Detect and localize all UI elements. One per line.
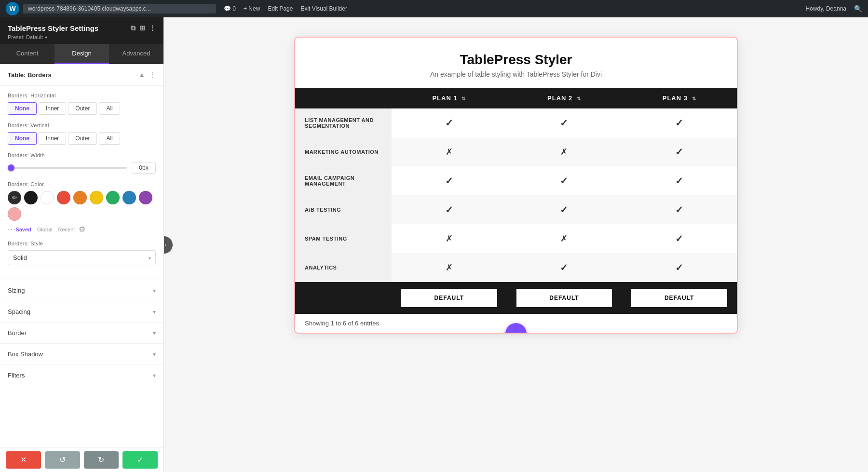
exit-builder-link[interactable]: Exit Visual Builder [300,5,347,12]
footer-btn-plan2[interactable]: DEFAULT [516,289,612,307]
edit-page-link[interactable]: Edit Page [268,5,293,12]
spacing-section: Spacing ▾ [0,301,163,322]
filters-header[interactable]: Filters ▾ [0,365,163,386]
border-v-none[interactable]: None [8,132,37,145]
plan1-cell-0: ✓ [392,108,507,137]
color-swatches: ✏ [8,191,156,221]
header-plan1[interactable]: PLAN 1 ⇅ [392,88,507,108]
color-eyedropper[interactable]: ✏ [8,191,21,204]
table-main-title: TablePress Styler [305,52,727,67]
slider-thumb[interactable] [8,164,14,171]
redo-button[interactable]: ↻ [84,451,119,469]
section-collapse-icon[interactable]: ▲ [138,71,145,79]
check-icon: ✓ [675,262,683,273]
borders-width-input[interactable]: 0px [132,162,156,174]
more-colors-icon[interactable]: ··· [8,225,15,234]
preset-bar: Preset: Default ▾ [8,34,156,40]
color-black[interactable] [24,191,38,204]
color-yellow[interactable] [90,191,103,204]
border-h-none[interactable]: None [8,102,37,115]
border-h-inner[interactable]: Inner [39,102,66,115]
panel-title-text: TablePress Styler Settings [8,24,98,32]
comment-count[interactable]: 💬 0 [224,5,236,12]
border-v-inner[interactable]: Inner [39,132,66,145]
border-arrow-icon: ▾ [153,330,156,337]
check-icon: ✓ [675,118,683,128]
borders-horizontal-label: Borders: Horizontal [8,93,156,98]
color-green[interactable] [106,191,120,204]
box-shadow-header[interactable]: Box Shadow ▾ [0,344,163,364]
border-h-all[interactable]: All [99,102,120,115]
tab-design[interactable]: Design [54,44,109,64]
new-link[interactable]: + New [244,5,260,12]
tab-content[interactable]: Content [0,44,54,64]
color-purple[interactable] [139,191,152,204]
border-header[interactable]: Border ▾ [0,323,163,343]
plan2-cell-4: ✗ [507,224,622,253]
sort-icon-plan3: ⇅ [692,96,696,101]
preset-chevron-icon: ▾ [45,35,47,40]
plan3-cell-3: ✓ [622,195,737,224]
border-v-all[interactable]: All [99,132,120,145]
cross-icon: ✗ [446,147,453,157]
check-icon: ✓ [445,118,453,128]
color-tab-recent[interactable]: Recent [58,227,75,232]
sizing-section: Sizing ▾ [0,280,163,301]
borders-width-track[interactable] [8,167,127,169]
header-plan3[interactable]: PLAN 3 ⇅ [622,88,737,108]
filters-section: Filters ▾ [0,364,163,386]
footer-btn-plan3[interactable]: DEFAULT [631,289,727,307]
color-tab-saved[interactable]: Saved [15,227,31,232]
sort-icon-plan2: ⇅ [577,96,581,101]
header-feature [295,88,392,108]
borders-style-select[interactable]: Solid Dashed Dotted Double None [8,250,156,265]
check-icon: ✓ [560,175,568,186]
color-tab-global[interactable]: Global [37,227,53,232]
spacing-header[interactable]: Spacing ▾ [0,301,163,322]
sizing-arrow-icon: ▾ [153,287,156,294]
color-peach[interactable] [8,207,21,221]
panel-more-icon[interactable]: ⋮ [149,24,156,32]
feature-cell: LIST MANAGEMENT AND SEGMENTATION [295,108,392,137]
plan3-cell-1: ✓ [622,137,737,166]
plan1-cell-1: ✗ [392,137,507,166]
table-footer-row: DEFAULT DEFAULT DEFAULT [295,282,737,314]
panel-grid-icon[interactable]: ⊞ [139,24,145,32]
sizing-header[interactable]: Sizing ▾ [0,280,163,301]
color-orange[interactable] [73,191,87,204]
table-header-row: PLAN 1 ⇅ PLAN 2 ⇅ PLAN 3 ⇅ [295,88,737,108]
section-more-icon[interactable]: ⋮ [149,71,156,79]
borders-width-label: Borders: Width [8,152,156,158]
check-icon: ✓ [560,118,568,128]
footer-btn-plan1[interactable]: DEFAULT [401,289,497,307]
sort-icon-plan1: ⇅ [461,96,466,101]
filters-title: Filters [8,372,25,379]
feature-cell: SPAM TESTING [295,224,392,253]
cancel-button[interactable]: ✕ [6,451,41,469]
table-row: MARKETING AUTOMATION✗✗✓ [295,137,737,166]
color-blue[interactable] [122,191,136,204]
header-plan2[interactable]: PLAN 2 ⇅ [507,88,622,108]
border-h-outer[interactable]: Outer [68,102,97,115]
color-red[interactable] [57,191,70,204]
save-button[interactable]: ✓ [122,451,158,469]
plan1-cell-3: ✓ [392,195,507,224]
cross-icon: ✗ [560,147,568,157]
wp-icon: W [6,2,19,15]
plan1-cell-4: ✗ [392,224,507,253]
color-tabs-settings-icon[interactable]: ⚙ [79,225,85,234]
undo-button[interactable]: ↺ [45,451,80,469]
tab-advanced[interactable]: Advanced [109,44,163,64]
borders-style-label: Borders: Style [8,241,156,246]
panel-toggle-button[interactable]: → [164,236,173,254]
color-white[interactable] [41,191,54,204]
plan2-label: PLAN 2 [547,94,572,102]
table-title-area: TablePress Styler An example of table st… [295,38,737,88]
search-icon[interactable]: 🔍 [854,5,862,13]
border-v-outer[interactable]: Outer [68,132,97,145]
section-header: Table: Borders ▲ ⋮ [0,64,163,86]
panel-clone-icon[interactable]: ⧉ [131,24,136,32]
spacing-arrow-icon: ▾ [153,309,156,315]
check-icon: ✓ [675,204,683,215]
cross-icon: ✗ [446,234,453,243]
